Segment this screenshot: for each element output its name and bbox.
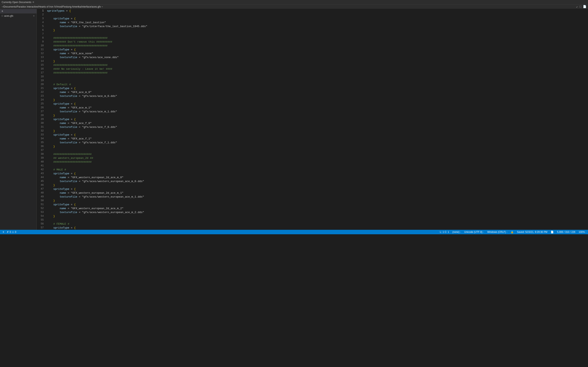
code-line: } xyxy=(47,145,588,149)
code-content[interactable]: spriteTypes = { spriteType = { name = "G… xyxy=(45,9,588,230)
line-number: 25 xyxy=(37,102,44,106)
line-number: 32 xyxy=(37,129,44,133)
code-line: } xyxy=(47,98,588,102)
code-line: #### No seriously – Leave it be! #### xyxy=(47,67,588,71)
encoding[interactable]: (none) - xyxy=(452,231,461,234)
code-container[interactable]: 1234567891011121314151617181920212223242… xyxy=(37,9,588,230)
code-line: spriteType = { xyxy=(47,48,588,52)
code-line: ## western_european_2d ## xyxy=(47,156,588,160)
line-number: 35 xyxy=(37,141,44,145)
code-line: # FEMALE # xyxy=(47,222,588,226)
line-number: 54 xyxy=(37,214,44,218)
saved-timestamp: Saved: 5/23/21, 9:29:36 PM xyxy=(517,231,547,234)
code-line: # Default # xyxy=(47,83,588,86)
code-line: } xyxy=(47,28,588,32)
line-number: 15 xyxy=(37,63,44,67)
code-line: spriteType = { xyxy=(47,187,588,191)
code-line: name = "GFX_ace_m_1" xyxy=(47,106,588,110)
line-number: 24 xyxy=(37,98,44,102)
line-number: 55 xyxy=(37,218,44,222)
file-stats: 5,006 / 310 / 226 xyxy=(557,231,575,234)
line-number: 38 xyxy=(37,152,44,156)
lock-icon: 🔒 xyxy=(511,231,514,234)
status-bar: + ✗ 0 ⚠ 0 L: 1 C: 1 (none) - Unicode (UT… xyxy=(0,230,588,234)
window-icon[interactable]: □ xyxy=(580,5,581,8)
line-number: 33 xyxy=(37,133,44,137)
code-line: # MALE # xyxy=(47,168,588,172)
code-line: name = "GFX_ace_f_0" xyxy=(47,121,588,125)
code-line: name = "GFX_western_european_2d_ace_m_2" xyxy=(47,207,588,210)
code-line: spriteType = { xyxy=(47,17,588,21)
code-line: texturefile = "gfx/aces/ace_f_1.dds" xyxy=(47,141,588,145)
line-number: 11 xyxy=(37,48,44,52)
code-line: spriteType = { xyxy=(47,133,588,137)
split-icon[interactable]: ↙ xyxy=(576,5,578,8)
code-line xyxy=(47,149,588,152)
gear-icon[interactable]: ⚙ xyxy=(33,1,34,4)
code-line: } xyxy=(47,199,588,203)
code-line: } xyxy=(47,183,588,187)
line-number: 51 xyxy=(37,203,44,207)
line-ending[interactable]: Windows (CRLF) - xyxy=(487,231,507,234)
warning-count: 0 xyxy=(15,231,16,234)
line-number: 57 xyxy=(37,226,44,230)
cursor-position[interactable]: L: 1 C: 1 xyxy=(440,231,449,234)
new-file-icon[interactable]: 📄 xyxy=(583,5,586,8)
code-line: name = "GFX_ace_none" xyxy=(47,52,588,55)
line-number: 47 xyxy=(37,187,44,191)
code-line: spriteType = { xyxy=(47,102,588,106)
zoom-level[interactable]: 100% - xyxy=(579,231,586,234)
line-number: 13 xyxy=(37,55,44,59)
line-number: 29 xyxy=(37,117,44,121)
line-number: 53 xyxy=(37,210,44,214)
line-number: 23 xyxy=(37,94,44,98)
code-line: texturefile = "gfx/aces/ace_none.dds" xyxy=(47,55,588,59)
code-line xyxy=(47,218,588,222)
line-number: 26 xyxy=(37,106,44,110)
warning-icon: ⚠ xyxy=(12,231,14,234)
line-number: 6 xyxy=(37,28,44,32)
line-number: 42 xyxy=(37,168,44,172)
path-bar-icons: ↙ □ 📄 xyxy=(576,5,586,8)
code-line: texturefile = "gfx/aces/ace_f_0.dds" xyxy=(47,125,588,129)
close-icon[interactable]: ✕ xyxy=(33,14,35,17)
file-path: ~/Documents/Paradox Interactive/Hearts o… xyxy=(2,5,103,8)
sidebar-file-item[interactable]: □ aces.gfx ✕ xyxy=(0,13,36,18)
line-number: 31 xyxy=(37,125,44,129)
line-number: 22 xyxy=(37,90,44,94)
line-number: 43 xyxy=(37,172,44,175)
code-line: name = "GFX_western_european_2d_ace_m_1" xyxy=(47,191,588,195)
code-line: spriteType = { xyxy=(47,203,588,207)
line-number: 20 xyxy=(37,83,44,86)
code-line: name = "GFX_western_european_2d_ace_m_0" xyxy=(47,175,588,179)
charset[interactable]: Unicode (UTF-8) - xyxy=(464,231,484,234)
sidebar-file-name: aces.gfx xyxy=(4,15,32,17)
code-line: spriteTypes = { xyxy=(47,9,588,13)
add-button[interactable]: + xyxy=(2,230,5,234)
code-line: spriteType = { xyxy=(47,226,588,230)
line-number: 44 xyxy=(37,175,44,179)
code-line: name = "GFX_the_last_bastion" xyxy=(47,21,588,25)
error-indicator[interactable]: ✗ 0 ⚠ 0 xyxy=(7,231,16,234)
code-line: ################################## xyxy=(47,63,588,67)
sidebar-tab-icon: ⚙ xyxy=(2,10,3,12)
line-number: 1 xyxy=(37,9,44,13)
line-number: 56 xyxy=(37,222,44,226)
top-bar-title: Currently Open Documents xyxy=(2,1,31,4)
line-number: 7 xyxy=(37,32,44,36)
line-number: 9 xyxy=(37,40,44,44)
line-number: 2 xyxy=(37,13,44,17)
code-line: texturefile = "gfx/aces/western_european… xyxy=(47,210,588,214)
sidebar-tab[interactable]: ⚙ xyxy=(0,9,36,13)
line-number: 21 xyxy=(37,86,44,90)
line-number: 48 xyxy=(37,191,44,195)
main-layout: ⚙ □ aces.gfx ✕ 1234567891011121314151617… xyxy=(0,9,588,230)
code-line: texturefile = "gfx/aces/ace_m_1.dds" xyxy=(47,110,588,114)
code-line: name = "GFX_ace_m_0" xyxy=(47,90,588,94)
code-line: spriteType = { xyxy=(47,117,588,121)
code-line: texturefile = "gfx/interface/the_last_ba… xyxy=(47,25,588,28)
line-number: 8 xyxy=(37,36,44,40)
top-bar: Currently Open Documents ⚙ xyxy=(0,0,588,4)
line-number: 40 xyxy=(37,160,44,164)
line-number: 14 xyxy=(37,59,44,63)
